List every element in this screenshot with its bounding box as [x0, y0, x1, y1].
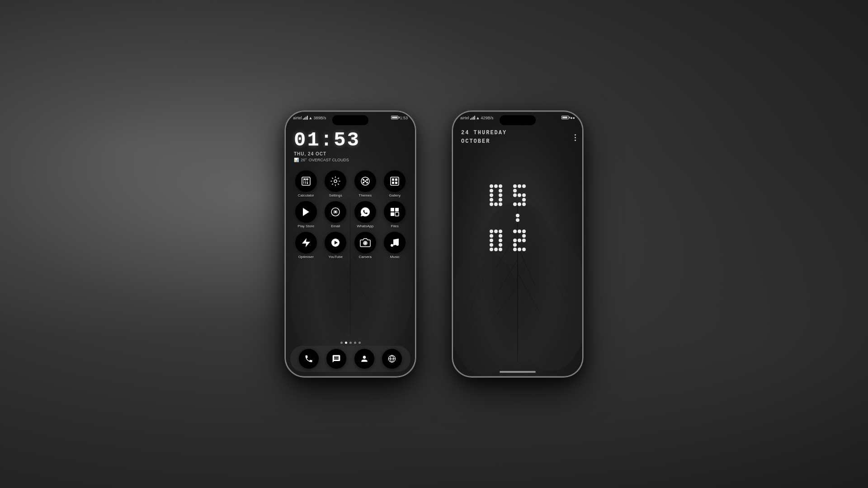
svg-point-66 — [494, 184, 498, 188]
svg-point-102 — [513, 230, 517, 233]
svg-rect-21 — [305, 182, 306, 183]
svg-point-88 — [516, 214, 519, 217]
dock-browser[interactable] — [382, 349, 402, 369]
app-email[interactable]: Email — [322, 201, 350, 228]
svg-point-105 — [522, 234, 526, 238]
svg-rect-18 — [305, 181, 306, 182]
app-youtube[interactable]: YouTube — [322, 232, 350, 259]
svg-point-74 — [490, 202, 493, 206]
svg-rect-43 — [395, 212, 399, 216]
app-optimiser[interactable]: Optimiser — [292, 232, 320, 259]
files-label: Files — [391, 224, 399, 228]
settings-icon — [325, 170, 346, 192]
dock-phone[interactable] — [299, 349, 319, 369]
svg-point-49 — [396, 243, 399, 246]
optimiser-label: Optimiser — [298, 255, 314, 259]
carrier-2: airtel — [460, 116, 469, 120]
dot-menu-2 — [575, 137, 576, 138]
svg-line-8 — [350, 273, 370, 304]
app-playstore[interactable]: Play Store — [292, 201, 320, 228]
settings-label: Settings — [329, 193, 342, 197]
app-files[interactable]: Files — [381, 201, 409, 228]
svg-line-61 — [467, 264, 484, 300]
three-dots-menu[interactable] — [575, 134, 576, 141]
app-themes[interactable]: Themes — [351, 170, 379, 197]
svg-point-95 — [490, 239, 493, 242]
svg-rect-22 — [307, 182, 308, 184]
whatsapp-icon — [354, 201, 376, 223]
svg-point-106 — [513, 239, 517, 242]
svg-point-70 — [490, 193, 493, 197]
gallery-icon — [384, 170, 406, 192]
svg-rect-23 — [303, 183, 304, 184]
app-whatsapp[interactable]: WhatsApp — [351, 201, 379, 228]
home-indicator-2[interactable] — [500, 371, 536, 373]
svg-point-47 — [364, 242, 366, 244]
page-indicator-1 — [286, 342, 415, 344]
svg-point-30 — [366, 182, 368, 183]
svg-line-12 — [379, 268, 399, 300]
svg-point-82 — [518, 193, 521, 197]
svg-point-86 — [518, 202, 521, 206]
svg-point-99 — [490, 248, 493, 251]
svg-rect-40 — [391, 208, 394, 211]
dot-4 — [354, 342, 356, 344]
app-settings[interactable]: Settings — [322, 170, 350, 197]
svg-point-27 — [363, 179, 364, 181]
svg-point-110 — [513, 248, 517, 251]
dock-chat[interactable] — [326, 349, 346, 369]
youtube-icon — [325, 232, 346, 253]
power-button[interactable] — [415, 175, 416, 200]
svg-rect-17 — [303, 181, 304, 182]
svg-point-104 — [522, 230, 526, 233]
svg-point-101 — [499, 248, 502, 251]
temperature-1: 26° — [301, 158, 307, 162]
svg-point-93 — [490, 234, 493, 238]
speed-2: 429B/s — [481, 116, 493, 120]
svg-point-29 — [363, 182, 364, 183]
svg-point-109 — [513, 243, 517, 247]
svg-point-67 — [499, 184, 502, 188]
svg-point-71 — [499, 193, 502, 197]
phone-2-screen: airtel ▲ 429B/s — [453, 112, 582, 376]
svg-point-80 — [513, 189, 517, 192]
svg-point-83 — [522, 193, 526, 197]
app-gallery[interactable]: Gallery — [381, 170, 409, 197]
app-music[interactable]: Music — [381, 232, 409, 259]
battery-icon-1 — [391, 116, 398, 120]
svg-rect-16 — [307, 178, 308, 180]
gallery-label: Gallery — [389, 193, 401, 197]
app-calculator[interactable]: Calculator — [292, 170, 320, 197]
svg-line-9 — [303, 260, 321, 291]
svg-point-94 — [499, 234, 502, 238]
svg-rect-24 — [305, 183, 306, 184]
weather-info-1: 📊 26° OVERCAST CLOUDS — [294, 158, 349, 162]
phone-1-screen: airtel ▲ 389B/s — [286, 112, 415, 376]
dock-profile[interactable] — [354, 349, 374, 369]
svg-line-64 — [551, 273, 570, 309]
time-status-2: ●● — [570, 116, 575, 120]
svg-point-78 — [518, 184, 521, 188]
signal-icon-2 — [470, 116, 475, 121]
dock-phone-icon — [299, 349, 319, 369]
power-button-2[interactable] — [582, 175, 583, 200]
svg-line-11 — [379, 255, 397, 286]
lock-date: 24 THUREDAY OCTOBER — [461, 129, 507, 146]
svg-rect-14 — [303, 178, 305, 180]
svg-point-85 — [513, 202, 517, 206]
youtube-label: YouTube — [329, 255, 343, 259]
svg-rect-34 — [395, 178, 397, 181]
svg-point-90 — [490, 230, 493, 233]
dot-clock — [486, 182, 549, 283]
svg-point-31 — [364, 180, 366, 182]
dynamic-island-1 — [332, 115, 368, 125]
svg-point-96 — [499, 239, 502, 242]
themes-label: Themes — [359, 193, 372, 197]
dynamic-island-2 — [500, 115, 536, 125]
themes-icon — [354, 170, 376, 192]
calculator-label: Calculator — [298, 193, 314, 197]
app-camera[interactable]: Camera — [351, 232, 379, 259]
svg-point-84 — [522, 198, 526, 202]
svg-rect-35 — [392, 182, 394, 184]
dot-menu-3 — [575, 140, 576, 141]
